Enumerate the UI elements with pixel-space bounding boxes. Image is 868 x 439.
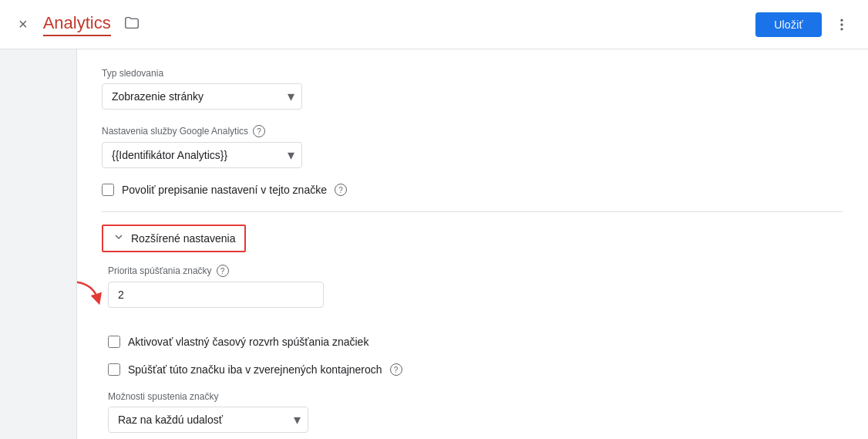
advanced-settings-section: Rozšírené nastavenia Priorita spúšťania … (102, 225, 843, 433)
svg-point-2 (840, 28, 843, 30)
main-layout: Typ sledovania Zobrazenie stránky ▾ Nast… (0, 49, 868, 439)
analytics-settings-select[interactable]: {{Identifikátor Analytics}} (102, 142, 302, 168)
priority-input-wrapper (108, 282, 324, 320)
more-options-button[interactable] (828, 11, 856, 39)
advanced-settings-content: Priorita spúšťania značky ? (102, 265, 843, 433)
firing-options-group: Možnosti spustenia značky Raz na každú u… (108, 391, 843, 433)
header: × Analytics Uložiť (0, 0, 868, 49)
section-divider (102, 211, 843, 212)
firing-options-label: Možnosti spustenia značky (108, 391, 843, 402)
published-containers-checkbox[interactable] (108, 363, 120, 376)
priority-label: Priorita spúšťania značky (108, 265, 212, 276)
custom-timing-checkbox[interactable] (108, 336, 120, 348)
published-containers-checkbox-row: Spúšťať túto značku iba v zverejnených k… (108, 363, 843, 376)
priority-group: Priorita spúšťania značky ? (108, 265, 843, 320)
override-checkbox[interactable] (102, 184, 114, 196)
analytics-settings-label-row: Nastavenia služby Google Analytics ? (102, 125, 843, 137)
chevron-down-icon (113, 231, 125, 246)
svg-point-1 (840, 23, 843, 25)
folder-icon[interactable] (120, 11, 143, 38)
priority-label-row: Priorita spúšťania značky ? (108, 265, 843, 277)
svg-point-0 (840, 19, 843, 21)
app-title: Analytics (43, 13, 111, 36)
advanced-settings-label: Rozšírené nastavenia (131, 232, 235, 245)
analytics-settings-label: Nastavenia služby Google Analytics (102, 126, 248, 137)
sidebar (0, 49, 77, 439)
published-containers-help-icon[interactable]: ? (390, 363, 402, 376)
content-area: Typ sledovania Zobrazenie stránky ▾ Nast… (77, 49, 868, 439)
custom-timing-checkbox-row: Aktivovať vlastný časový rozvrh spúšťani… (108, 336, 843, 348)
analytics-settings-help-icon[interactable]: ? (253, 125, 265, 137)
analytics-settings-group: Nastavenia služby Google Analytics ? {{I… (102, 125, 843, 168)
tracking-type-select-wrapper: Zobrazenie stránky ▾ (102, 83, 302, 110)
override-checkbox-row: Povoliť prepisanie nastavení v tejto zna… (102, 184, 843, 196)
save-button[interactable]: Uložiť (755, 12, 822, 37)
override-checkbox-label: Povoliť prepisanie nastavení v tejto zna… (122, 184, 327, 196)
tracking-type-label: Typ sledovania (102, 68, 843, 79)
red-arrow-annotation (77, 278, 104, 309)
tracking-type-select[interactable]: Zobrazenie stránky (102, 83, 302, 110)
close-button[interactable]: × (12, 9, 34, 39)
priority-help-icon[interactable]: ? (217, 265, 229, 277)
tracking-type-group: Typ sledovania Zobrazenie stránky ▾ (102, 68, 843, 110)
published-containers-label: Spúšťať túto značku iba v zverejnených k… (128, 363, 382, 376)
priority-input[interactable] (108, 282, 324, 308)
analytics-settings-select-wrapper: {{Identifikátor Analytics}} ▾ (102, 142, 302, 168)
header-right: Uložiť (755, 11, 856, 39)
override-help-icon[interactable]: ? (335, 184, 347, 196)
advanced-settings-toggle[interactable]: Rozšírené nastavenia (102, 225, 246, 252)
firing-options-select-wrapper: Raz na každú udalosť ▾ (108, 407, 308, 433)
custom-timing-label: Aktivovať vlastný časový rozvrh spúšťani… (128, 336, 368, 348)
header-left: × Analytics (12, 9, 143, 39)
firing-options-select[interactable]: Raz na každú udalosť (108, 407, 308, 433)
